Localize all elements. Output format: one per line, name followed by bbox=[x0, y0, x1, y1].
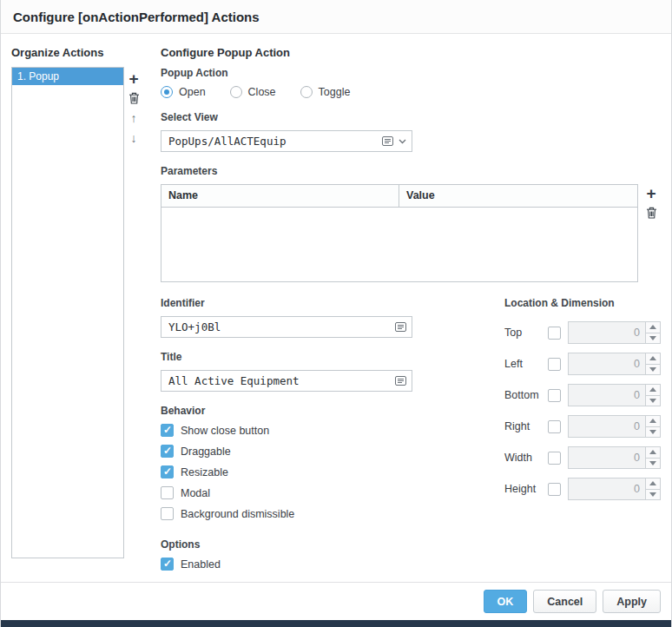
popup-action-label: Popup Action bbox=[161, 67, 661, 79]
right-spinner[interactable]: 0 bbox=[568, 415, 661, 438]
spinner-down-button[interactable] bbox=[646, 333, 660, 344]
popup-action-radio-group: Open Close Toggle bbox=[161, 86, 661, 98]
select-view-dropdown[interactable]: PopUps/AllACTEquip bbox=[161, 130, 412, 152]
dialog-body: Organize Actions 1. Popup + bbox=[1, 34, 671, 582]
spinner-up-button[interactable] bbox=[646, 385, 660, 396]
checkbox-icon[interactable] bbox=[548, 389, 561, 402]
spinner-down-button[interactable] bbox=[646, 396, 660, 406]
triangle-down-icon bbox=[649, 430, 656, 434]
parameters-table-header: Name Value bbox=[161, 185, 637, 208]
parameters-table[interactable]: Name Value bbox=[161, 184, 638, 282]
column-header-name[interactable]: Name bbox=[161, 185, 399, 207]
behavior-label: Behavior bbox=[161, 405, 421, 417]
location-row-bottom: Bottom 0 bbox=[504, 384, 661, 406]
radio-icon bbox=[300, 86, 313, 98]
triangle-down-icon bbox=[649, 336, 656, 340]
move-up-button[interactable]: ↑ bbox=[125, 109, 142, 127]
list-icon bbox=[395, 322, 406, 332]
add-parameter-button[interactable]: + bbox=[642, 184, 660, 201]
spinner-down-button[interactable] bbox=[646, 490, 660, 500]
list-icon bbox=[395, 376, 406, 386]
add-action-button[interactable]: + bbox=[125, 69, 142, 87]
checkbox-icon[interactable] bbox=[548, 483, 561, 496]
radio-close[interactable]: Close bbox=[230, 86, 276, 98]
checkbox-label: Enabled bbox=[181, 558, 221, 571]
spinner-down-button[interactable] bbox=[646, 459, 660, 469]
bottom-spinner[interactable]: 0 bbox=[568, 384, 661, 406]
ok-button[interactable]: OK bbox=[484, 590, 528, 613]
move-down-button[interactable]: ↓ bbox=[125, 129, 142, 147]
popup-fields-column: Identifier YLO+j0Bl Title All Ac bbox=[161, 297, 421, 578]
action-list-item[interactable]: 1. Popup bbox=[12, 68, 123, 85]
width-spinner[interactable]: 0 bbox=[568, 446, 661, 469]
checkbox-enabled[interactable]: Enabled bbox=[161, 558, 421, 571]
checkbox-resizable[interactable]: Resizable bbox=[161, 465, 421, 478]
select-view-label: Select View bbox=[161, 111, 661, 123]
checkbox-icon[interactable] bbox=[548, 452, 561, 465]
title-label: Title bbox=[161, 351, 421, 363]
spinner-down-button[interactable] bbox=[646, 365, 660, 375]
delete-action-button[interactable] bbox=[125, 89, 142, 107]
radio-label: Toggle bbox=[319, 86, 351, 98]
configure-action-panel: Configure Popup Action Popup Action Open… bbox=[161, 44, 661, 582]
checkbox-draggable[interactable]: Draggable bbox=[161, 445, 421, 458]
checkbox-icon bbox=[161, 558, 174, 571]
title-input[interactable]: All Active Equipment bbox=[161, 370, 412, 392]
top-spinner[interactable]: 0 bbox=[568, 321, 661, 344]
radio-open[interactable]: Open bbox=[161, 86, 206, 98]
checkbox-icon bbox=[161, 424, 174, 437]
apply-button[interactable]: Apply bbox=[603, 590, 661, 613]
checkbox-modal[interactable]: Modal bbox=[161, 486, 421, 499]
identifier-label: Identifier bbox=[161, 297, 421, 309]
cancel-button[interactable]: Cancel bbox=[533, 590, 596, 613]
identifier-input[interactable]: YLO+j0Bl bbox=[161, 316, 412, 338]
delete-parameter-button[interactable] bbox=[642, 204, 660, 221]
trash-icon bbox=[128, 92, 140, 104]
spinner-up-button[interactable] bbox=[646, 353, 660, 365]
spinner-up-button[interactable] bbox=[646, 322, 660, 333]
spinner-up-button[interactable] bbox=[646, 447, 660, 459]
field-label: Top bbox=[504, 327, 548, 339]
field-label: Bottom bbox=[504, 389, 548, 401]
spinner-down-button[interactable] bbox=[646, 427, 660, 438]
checkbox-icon[interactable] bbox=[548, 327, 561, 340]
checkbox-show-close-button[interactable]: Show close button bbox=[161, 424, 421, 437]
location-dimension-panel: Location & Dimension Top 0 Left bbox=[504, 297, 661, 578]
checkbox-label: Draggable bbox=[181, 446, 231, 458]
height-spinner[interactable]: 0 bbox=[568, 478, 661, 500]
title-value: All Active Equipment bbox=[168, 374, 300, 387]
checkbox-icon bbox=[161, 445, 174, 458]
column-header-value[interactable]: Value bbox=[399, 185, 637, 207]
location-row-height: Height 0 bbox=[504, 478, 661, 500]
list-icon bbox=[382, 136, 393, 146]
parameters-label: Parameters bbox=[161, 165, 661, 177]
spinner-up-button[interactable] bbox=[646, 478, 660, 490]
radio-icon bbox=[230, 86, 242, 98]
spinner-up-button[interactable] bbox=[646, 416, 660, 427]
triangle-down-icon bbox=[649, 399, 656, 403]
trash-icon bbox=[646, 207, 657, 219]
radio-toggle[interactable]: Toggle bbox=[300, 86, 351, 98]
arrow-up-icon: ↑ bbox=[131, 112, 137, 124]
checkbox-background-dismissible[interactable]: Background dismissible bbox=[161, 507, 421, 520]
triangle-up-icon bbox=[649, 481, 656, 485]
triangle-down-icon bbox=[649, 492, 656, 497]
triangle-up-icon bbox=[649, 450, 656, 454]
field-label: Right bbox=[504, 420, 548, 432]
triangle-down-icon bbox=[649, 461, 656, 465]
configure-action-heading: Configure Popup Action bbox=[161, 46, 661, 59]
checkbox-icon[interactable] bbox=[548, 358, 561, 371]
left-spinner[interactable]: 0 bbox=[568, 353, 661, 375]
dialog-footer: OK Cancel Apply bbox=[1, 582, 671, 620]
parameters-table-body[interactable] bbox=[161, 208, 637, 281]
actions-listbox[interactable]: 1. Popup bbox=[11, 67, 124, 558]
checkbox-label: Modal bbox=[181, 487, 210, 499]
dialog-title: Configure [onActionPerformed] Actions bbox=[1, 0, 671, 34]
location-dimension-label: Location & Dimension bbox=[504, 297, 661, 309]
identifier-value: YLO+j0Bl bbox=[168, 320, 221, 333]
checkbox-label: Background dismissible bbox=[181, 508, 294, 520]
chevron-down-icon[interactable] bbox=[399, 139, 406, 144]
organize-actions-panel: Organize Actions 1. Popup + bbox=[11, 44, 143, 582]
checkbox-icon[interactable] bbox=[548, 420, 561, 433]
triangle-down-icon bbox=[649, 367, 656, 372]
